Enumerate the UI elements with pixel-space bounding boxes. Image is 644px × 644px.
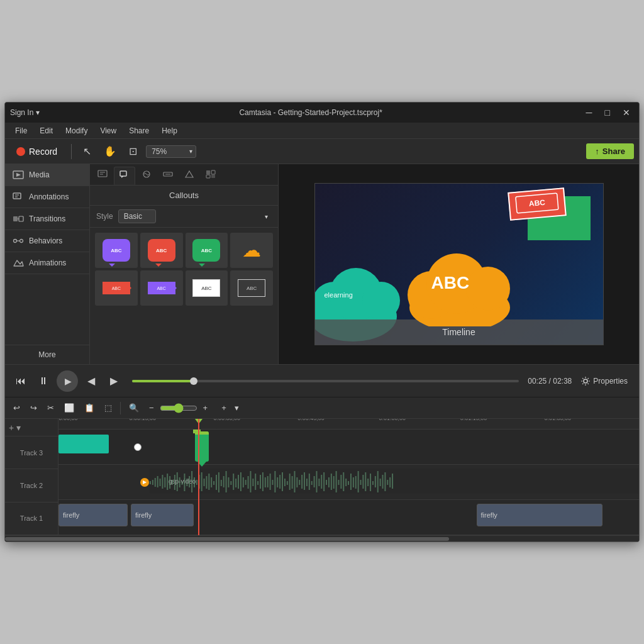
track1-clip-firefly1[interactable]: firefly bbox=[58, 504, 128, 526]
app-window: Sign In ▾ Camtasia - Getting-Started-Pro… bbox=[4, 102, 640, 542]
tab-icon5[interactable] bbox=[179, 167, 199, 185]
maximize-button[interactable]: □ bbox=[601, 106, 614, 119]
svg-rect-19 bbox=[211, 170, 215, 174]
timeline-area: ↩ ↪ ✂ ⬜ 📋 ⬚ 🔍 − + + ▾ + bbox=[5, 397, 639, 541]
menu-file[interactable]: File bbox=[10, 125, 32, 136]
time-ruler: 0:00:00;00 0:00:15;00 0:00:30;00 0:00:45… bbox=[58, 419, 639, 430]
callout-shape: ABC bbox=[103, 239, 130, 262]
callout-green-speech[interactable]: ABC bbox=[186, 233, 228, 268]
cut-button[interactable]: ✂ bbox=[44, 401, 57, 414]
sign-in-button[interactable]: Sign In ▾ bbox=[10, 108, 40, 117]
close-button[interactable]: ✕ bbox=[619, 106, 634, 119]
clip-firefly1-label: firefly bbox=[63, 511, 79, 519]
style-select[interactable]: Basic bbox=[118, 209, 156, 223]
step-back-button[interactable]: ⏮ bbox=[11, 372, 30, 391]
sidebar-item-annotations[interactable]: Annotations bbox=[5, 186, 89, 208]
callout-purple-arrow[interactable]: ABC bbox=[140, 270, 183, 306]
sidebar-item-media[interactable]: Media bbox=[5, 164, 89, 186]
scrollbar-thumb[interactable] bbox=[5, 537, 449, 541]
playhead bbox=[198, 419, 199, 535]
zoom-in-button[interactable]: + bbox=[200, 401, 211, 414]
menu-edit[interactable]: Edit bbox=[35, 125, 58, 136]
crop-tool[interactable]: ⊡ bbox=[125, 143, 141, 160]
menu-help[interactable]: Help bbox=[157, 125, 182, 136]
track3-callout-clip[interactable] bbox=[195, 431, 209, 462]
svg-point-32 bbox=[584, 379, 587, 383]
paste-button[interactable]: 📋 bbox=[81, 401, 97, 414]
tab-icon1[interactable] bbox=[92, 167, 113, 185]
tab-icon4[interactable] bbox=[158, 167, 178, 185]
pause-button[interactable]: ⏸ bbox=[34, 372, 53, 391]
callout-red-arrow[interactable]: ABC bbox=[95, 270, 138, 306]
track3-clip-teal[interactable] bbox=[58, 435, 109, 453]
share-label: Share bbox=[602, 147, 625, 156]
collapse-all-icon[interactable]: ▾ bbox=[16, 423, 21, 433]
svg-rect-20 bbox=[206, 175, 210, 178]
media-icon bbox=[13, 170, 24, 179]
next-frame-button[interactable]: ▶ bbox=[104, 372, 123, 391]
clip-firefly2-label: firefly bbox=[135, 511, 152, 519]
add-track-button[interactable]: + bbox=[218, 401, 230, 414]
copy-button[interactable]: ⬜ bbox=[61, 401, 77, 414]
track-options-button[interactable]: ▾ bbox=[231, 401, 242, 414]
progress-bar[interactable] bbox=[132, 380, 519, 382]
callout-shape: ABC bbox=[192, 279, 220, 297]
timeline-scrollbar[interactable] bbox=[5, 535, 639, 541]
sidebar-item-animations[interactable]: Animations bbox=[5, 252, 89, 274]
more-button[interactable]: More bbox=[5, 345, 89, 364]
sidebar-item-behaviors[interactable]: Behaviors bbox=[5, 230, 89, 252]
minimize-button[interactable]: ─ bbox=[582, 106, 596, 119]
track2-media-icon: ▶ bbox=[140, 478, 149, 487]
track3-row bbox=[58, 430, 639, 465]
sidebar-animations-label: Animations bbox=[29, 258, 66, 267]
title-bar: Sign In ▾ Camtasia - Getting-Started-Pro… bbox=[5, 103, 639, 123]
record-button[interactable]: Record bbox=[10, 144, 64, 159]
tab-icon3[interactable] bbox=[136, 167, 157, 185]
undo-button[interactable]: ↩ bbox=[10, 401, 23, 414]
redo-button[interactable]: ↪ bbox=[27, 401, 40, 414]
ruler-time-5: 0:01:15;00 bbox=[460, 419, 487, 421]
tab-callouts[interactable] bbox=[114, 167, 135, 185]
zoom-out-button[interactable]: − bbox=[146, 401, 157, 414]
pointer-tool[interactable]: ↖ bbox=[79, 143, 95, 160]
track2-audio-clip[interactable]: gsp-video bbox=[150, 469, 639, 494]
zoom-range-input[interactable] bbox=[160, 403, 197, 413]
zoom-select[interactable]: 75% 50% 100% bbox=[146, 145, 196, 158]
callout-shape: ABC bbox=[238, 279, 265, 297]
style-label: Style bbox=[96, 212, 113, 221]
share-button[interactable]: ↑ Share bbox=[586, 143, 634, 159]
svg-rect-21 bbox=[211, 175, 215, 178]
play-button[interactable]: ▶ bbox=[57, 370, 78, 392]
sidebar-media-label: Media bbox=[29, 170, 50, 179]
expand-all-icon[interactable]: + bbox=[9, 423, 14, 433]
svg-point-9 bbox=[20, 240, 23, 243]
tab-icon6[interactable] bbox=[201, 167, 221, 185]
progress-handle[interactable] bbox=[190, 377, 197, 385]
properties-button[interactable]: Properties bbox=[575, 374, 633, 389]
panel-area: Callouts Style Basic ▾ ABC ABC bbox=[90, 164, 279, 364]
callout-white-box[interactable]: ABC bbox=[186, 270, 228, 306]
callout-red-speech[interactable]: ABC bbox=[140, 233, 183, 268]
ruler-time-0: 0:00:00;00 bbox=[58, 419, 77, 421]
split-button[interactable]: ⬚ bbox=[101, 401, 115, 414]
prev-frame-button[interactable]: ◀ bbox=[82, 372, 101, 391]
callout-outline-box[interactable]: ABC bbox=[230, 270, 273, 306]
menu-share[interactable]: Share bbox=[124, 125, 154, 136]
menu-modify[interactable]: Modify bbox=[60, 125, 92, 136]
slide-background: elearning ABC bbox=[315, 184, 603, 345]
callout-purple-speech[interactable]: ABC bbox=[95, 233, 138, 268]
svg-point-29 bbox=[466, 267, 510, 311]
track1-clip-firefly2[interactable]: firefly bbox=[131, 504, 194, 526]
search-zoom-button[interactable]: 🔍 bbox=[126, 401, 142, 414]
sidebar-item-transitions[interactable]: Transitions bbox=[5, 208, 89, 230]
preview-canvas: elearning ABC bbox=[279, 164, 639, 364]
svg-point-8 bbox=[14, 240, 17, 243]
callout-yellow-cloud[interactable]: ☁ bbox=[230, 233, 273, 268]
hand-tool[interactable]: ✋ bbox=[100, 143, 120, 160]
preview-slide: elearning ABC bbox=[314, 183, 604, 345]
ruler-time-1: 0:00:15;00 bbox=[130, 419, 157, 421]
svg-rect-6 bbox=[19, 216, 23, 221]
menu-view[interactable]: View bbox=[95, 125, 121, 136]
svg-point-25 bbox=[362, 282, 400, 319]
track1-clip-firefly3[interactable]: firefly bbox=[477, 504, 602, 526]
